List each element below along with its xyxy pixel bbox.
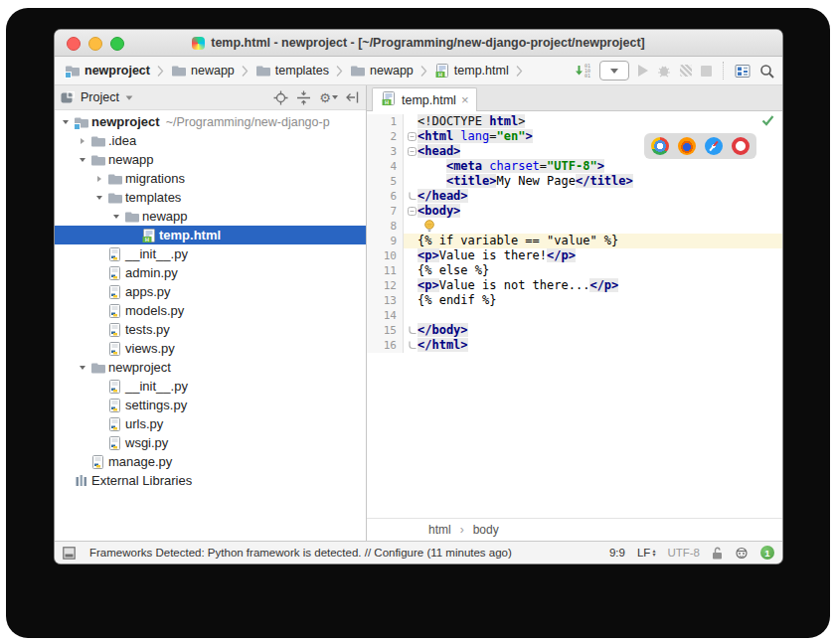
line-number: 6 bbox=[367, 189, 404, 204]
code-line-body[interactable] bbox=[404, 308, 782, 323]
caret-position[interactable]: 9:9 bbox=[609, 547, 625, 559]
tree-item-label: migrations bbox=[125, 171, 185, 186]
tree-item-newproject[interactable]: newproject~/Programming/new-django-p bbox=[55, 112, 366, 131]
breadcrumb-item-templates[interactable]: templates bbox=[253, 62, 331, 80]
code-line-body[interactable]: <title>My New Page</title> bbox=[404, 174, 782, 189]
fold-marker-icon[interactable] bbox=[406, 132, 418, 141]
tree-item-newapp[interactable]: newapp bbox=[55, 150, 366, 169]
fold-marker-icon[interactable] bbox=[406, 326, 418, 335]
code-line-body[interactable]: </html> bbox=[404, 338, 782, 353]
expanded-arrow-icon[interactable] bbox=[109, 215, 123, 219]
gear-icon[interactable]: ⚙ bbox=[319, 90, 338, 105]
breadcrumb-item-newapp[interactable]: newapp bbox=[169, 62, 237, 80]
tree-item-views-py[interactable]: views.py bbox=[55, 339, 366, 358]
collapse-all-icon[interactable] bbox=[296, 90, 311, 105]
view-tool-windows-icon[interactable] bbox=[735, 61, 751, 80]
safari-icon[interactable] bbox=[705, 137, 723, 155]
chevron-right-icon bbox=[242, 65, 249, 78]
update-running-app-icon[interactable]: 011001 bbox=[575, 61, 590, 80]
tree-item--init-py[interactable]: __init__.py bbox=[55, 377, 366, 396]
fold-marker-icon[interactable] bbox=[406, 341, 418, 350]
zoom-window-button[interactable] bbox=[110, 37, 124, 51]
title-bar[interactable]: temp.html - newproject - [~/Programming/… bbox=[55, 30, 782, 57]
tree-item-urls-py[interactable]: urls.py bbox=[55, 414, 366, 433]
breadcrumb-item-newapp[interactable]: newapp bbox=[348, 62, 416, 80]
breadcrumb-item-temp-html[interactable]: Htemp.html bbox=[432, 62, 511, 80]
chevron-right-icon bbox=[420, 65, 427, 78]
firefox-icon[interactable] bbox=[678, 137, 696, 155]
line-separator-widget[interactable]: LF ▴▾ bbox=[637, 547, 655, 559]
expanded-arrow-icon[interactable] bbox=[76, 158, 89, 162]
hide-panel-icon[interactable] bbox=[346, 90, 360, 104]
close-window-button[interactable] bbox=[67, 37, 81, 51]
code-line-body[interactable]: {% if variable == "value" %} bbox=[404, 234, 782, 248]
coverage-icon[interactable] bbox=[680, 61, 692, 80]
code-line-body[interactable]: {% else %} bbox=[404, 263, 782, 278]
fold-marker-icon[interactable] bbox=[406, 207, 418, 216]
tree-item-manage-py[interactable]: manage.py bbox=[55, 452, 366, 471]
run-config-dropdown[interactable] bbox=[599, 61, 629, 80]
inspection-ok-icon[interactable] bbox=[761, 115, 774, 126]
encoding-widget[interactable]: UTF-8 bbox=[667, 547, 700, 559]
tree-item--init-py[interactable]: __init__.py bbox=[55, 244, 366, 263]
code-line-body[interactable]: <meta charset="UTF-8"> bbox=[404, 159, 782, 174]
tree-item-migrations[interactable]: migrations bbox=[55, 169, 366, 188]
project-view-dropdown-icon[interactable] bbox=[126, 95, 133, 99]
breadcrumb-html[interactable]: html bbox=[428, 523, 451, 537]
tree-item-label: .idea bbox=[108, 133, 136, 148]
expanded-arrow-icon[interactable] bbox=[76, 366, 89, 370]
tree-item-templates[interactable]: templates bbox=[55, 188, 366, 207]
collapsed-arrow-icon[interactable] bbox=[92, 176, 106, 182]
fold-marker-icon[interactable] bbox=[406, 147, 418, 156]
breadcrumb-item-newproject[interactable]: newproject bbox=[63, 62, 152, 80]
tree-item-settings-py[interactable]: settings.py bbox=[55, 396, 366, 414]
debug-icon[interactable] bbox=[657, 61, 671, 80]
tree-item--idea[interactable]: .idea bbox=[55, 131, 366, 150]
code-line-body[interactable]: <body> bbox=[404, 204, 782, 219]
code-line-body[interactable]: </body> bbox=[404, 323, 782, 338]
code-line-body[interactable]: </head> bbox=[404, 189, 782, 204]
tree-item-wsgi-py[interactable]: wsgi.py bbox=[55, 433, 366, 452]
breadcrumb-label: newproject bbox=[84, 64, 150, 78]
locate-icon[interactable] bbox=[273, 90, 288, 105]
code-line-body[interactable]: <p>Value is not there...</p> bbox=[404, 278, 782, 293]
inspection-profile-icon[interactable] bbox=[735, 546, 749, 560]
notification-badge[interactable]: 1 bbox=[760, 546, 774, 560]
code-line-body[interactable]: <!DOCTYPE html> bbox=[404, 114, 782, 129]
code-line-16: 16</html> bbox=[367, 338, 782, 353]
tree-item-apps-py[interactable]: apps.py bbox=[55, 282, 366, 301]
tree-item-tests-py[interactable]: tests.py bbox=[55, 320, 366, 339]
opera-icon[interactable] bbox=[732, 137, 750, 155]
chrome-icon[interactable] bbox=[651, 137, 669, 155]
tool-window-toggle-icon[interactable] bbox=[63, 547, 76, 560]
expanded-arrow-icon[interactable] bbox=[59, 120, 73, 124]
tree-item-newproject[interactable]: newproject bbox=[55, 358, 366, 377]
tree-item-temp-html[interactable]: Htemp.html bbox=[55, 226, 366, 244]
minimize-window-button[interactable] bbox=[88, 37, 102, 51]
tree-item-external-libraries[interactable]: External Libraries bbox=[55, 471, 366, 490]
unlock-icon[interactable] bbox=[712, 547, 723, 560]
code-line-body[interactable]: <p>Value is there!</p> bbox=[404, 248, 782, 263]
breadcrumb-body[interactable]: body bbox=[473, 523, 499, 537]
code-line-body[interactable] bbox=[404, 219, 782, 234]
status-message[interactable]: Frameworks Detected: Python framework is… bbox=[89, 547, 601, 559]
svg-text:H: H bbox=[385, 99, 389, 105]
tab-temp-html[interactable]: H temp.html × bbox=[372, 87, 477, 111]
intention-bulb-icon[interactable] bbox=[423, 220, 435, 233]
line-number: 1 bbox=[367, 114, 404, 129]
tree-item-models-py[interactable]: models.py bbox=[55, 301, 366, 320]
run-icon[interactable] bbox=[638, 61, 648, 80]
code-line-14: 14 bbox=[367, 308, 782, 323]
stop-icon[interactable] bbox=[701, 61, 712, 80]
close-tab-icon[interactable]: × bbox=[461, 95, 469, 105]
expanded-arrow-icon[interactable] bbox=[92, 196, 106, 200]
tree-item-newapp[interactable]: newapp bbox=[55, 207, 366, 226]
fold-marker-icon[interactable] bbox=[406, 192, 418, 201]
search-everywhere-icon[interactable] bbox=[759, 61, 774, 80]
code-line-body[interactable]: {% endif %} bbox=[404, 293, 782, 308]
code-editor-area[interactable]: 1<!DOCTYPE html>2<html lang="en">3<head>… bbox=[367, 111, 782, 518]
collapsed-arrow-icon[interactable] bbox=[76, 138, 89, 144]
line-number: 5 bbox=[367, 174, 404, 189]
tree-item-admin-py[interactable]: admin.py bbox=[55, 263, 366, 282]
tree-item-label: External Libraries bbox=[91, 473, 192, 488]
